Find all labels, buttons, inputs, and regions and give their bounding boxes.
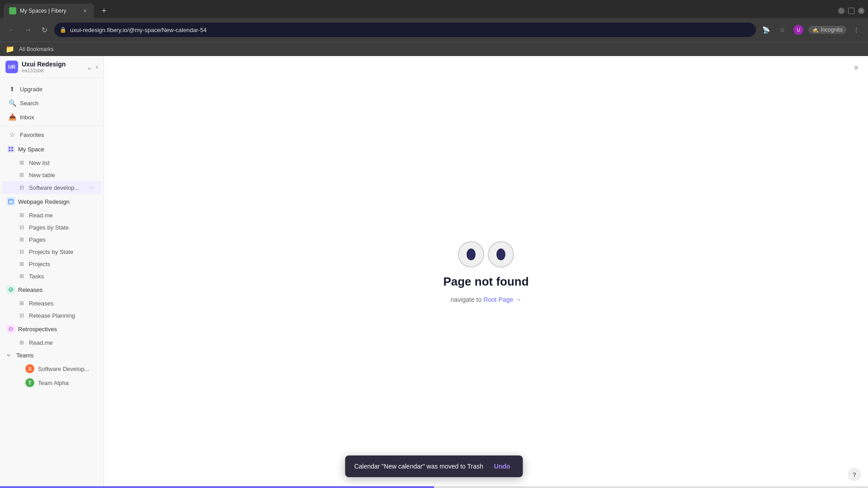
bookmark-icon[interactable]: ☆ [776, 23, 788, 36]
releases-icon [6, 285, 15, 294]
sub-item-tasks[interactable]: ⊞ Tasks [2, 270, 102, 282]
sub-item-software-develop[interactable]: ⊟ Software develop... ··· [2, 181, 102, 194]
section-releases[interactable]: Releases [0, 282, 104, 297]
sub-item-pages[interactable]: ⊞ Pages [2, 234, 102, 245]
nav-right: 📡 ☆ U 🕵 Incognito ⋮ [760, 23, 863, 36]
pages-by-state-icon: ⊟ [18, 224, 25, 231]
cast-icon[interactable]: 📡 [760, 23, 772, 36]
sidebar-header: UR Uxui Redesign ea131bb8 ⌄ ‹ [0, 56, 104, 78]
root-page-link[interactable]: Root Page → [483, 296, 521, 303]
sub-item-pages-by-state[interactable]: ⊟ Pages by State [2, 221, 102, 233]
toast-undo-button[interactable]: Undo [491, 461, 514, 472]
more-options-button[interactable]: ··· [87, 183, 95, 192]
team-alpha-label: Team Alpha [38, 380, 95, 386]
app-container: UR Uxui Redesign ea131bb8 ⌄ ‹ ⬆ Upgrade … [0, 56, 868, 488]
new-list-icon: ⊞ [18, 159, 25, 166]
sub-item-team-alpha[interactable]: T Team Alpha [2, 376, 102, 389]
close-window-button[interactable]: × [858, 8, 864, 14]
incognito-icon: 🕵 [812, 27, 819, 33]
sidebar-item-search[interactable]: 🔍 Search [2, 96, 102, 110]
help-button[interactable]: ? [848, 468, 861, 481]
section-webpage-redesign[interactable]: Webpage Redesign [0, 194, 104, 209]
sidebar-item-favorites[interactable]: ☆ Favorites [2, 128, 102, 141]
profile-icon[interactable]: U [792, 23, 805, 36]
software-develop-icon: ⊟ [18, 184, 25, 191]
maximize-button[interactable] [848, 8, 854, 14]
inbox-label: Inbox [20, 114, 95, 121]
upgrade-icon: ⬆ [8, 85, 16, 93]
new-list-label: New list [29, 160, 95, 166]
pages-label: Pages [29, 236, 95, 243]
sub-item-new-list[interactable]: ⊞ New list [2, 157, 102, 169]
svg-rect-1 [7, 145, 14, 153]
incognito-label: Incognito [821, 27, 843, 33]
sub-item-retro-read-me[interactable]: ⊞ Read.me [2, 337, 102, 348]
close-button[interactable]: × [850, 61, 863, 74]
svg-rect-5 [11, 150, 13, 151]
section-my-space[interactable]: My Space [0, 142, 104, 156]
divider-1 [0, 126, 104, 126]
main-content: × Page not found navigate to Root Page → [104, 56, 868, 488]
workspace-avatar: UR [5, 61, 18, 73]
toast-message: Calendar "New calendar" was moved to Tra… [354, 463, 483, 470]
teams-label: Teams [16, 352, 33, 359]
pages-icon: ⊞ [18, 236, 25, 243]
inbox-icon: 📥 [8, 113, 16, 121]
section-retrospectives[interactable]: Retrospectives [0, 322, 104, 336]
tab-title: My Spaces | Fibery [20, 8, 78, 14]
sub-item-projects-by-state[interactable]: ⊟ Projects by State [2, 246, 102, 258]
bookmarks-bar: 📁 All Bookmarks [0, 42, 868, 56]
retro-read-me-icon: ⊞ [18, 339, 25, 346]
active-tab[interactable]: My Spaces | Fibery × [4, 4, 94, 18]
collapse-sidebar-button[interactable]: ‹ [96, 63, 98, 71]
sidebar-item-inbox[interactable]: 📥 Inbox [2, 110, 102, 124]
tasks-label: Tasks [29, 273, 95, 280]
sub-item-projects[interactable]: ⊞ Projects [2, 258, 102, 270]
all-bookmarks-item[interactable]: All Bookmarks [16, 45, 57, 53]
software-develop-label: Software develop... [29, 184, 84, 191]
eyes-illustration [458, 241, 514, 267]
menu-button[interactable]: ⋮ [850, 23, 863, 36]
sub-item-new-table[interactable]: ⊞ New table [2, 169, 102, 181]
svg-rect-3 [11, 147, 13, 149]
workspace-chevron-button[interactable]: ⌄ [86, 63, 92, 71]
team-alpha-avatar: T [25, 378, 34, 387]
workspace-name: Uxui Redesign [22, 61, 66, 68]
forward-button[interactable]: → [22, 23, 34, 36]
workspace-info: UR Uxui Redesign ea131bb8 [5, 61, 66, 73]
tab-close-button[interactable]: × [81, 7, 89, 14]
projects-by-state-label: Projects by State [29, 249, 95, 255]
sidebar-item-upgrade[interactable]: ⬆ Upgrade [2, 82, 102, 96]
svg-rect-2 [9, 147, 10, 149]
tasks-icon: ⊞ [18, 272, 25, 280]
svg-rect-6 [9, 199, 13, 204]
sub-item-read-me[interactable]: ⊞ Read.me [2, 209, 102, 221]
webpage-redesign-label: Webpage Redesign [18, 198, 70, 205]
left-pupil [467, 249, 476, 260]
retrospectives-icon [6, 324, 15, 333]
new-table-label: New table [29, 172, 95, 178]
release-planning-label: Release Planning [29, 312, 95, 319]
my-space-label: My Space [18, 146, 44, 153]
projects-by-state-icon: ⊟ [18, 248, 25, 255]
address-bar[interactable]: 🔒 uxui-redesign.fibery.io/@my-space/New-… [54, 23, 756, 37]
back-button[interactable]: ← [5, 23, 18, 36]
left-eye [458, 241, 484, 267]
section-teams[interactable]: Teams [0, 349, 104, 361]
minimize-button[interactable] [838, 8, 844, 14]
browser-chrome: My Spaces | Fibery × + × ← → ↻ 🔒 uxui-re… [0, 0, 868, 56]
new-tab-button[interactable]: + [98, 5, 110, 17]
address-text: uxui-redesign.fibery.io/@my-space/New-ca… [70, 27, 750, 33]
sub-item-software-develop-team[interactable]: S Software Develop... [2, 362, 102, 375]
progress-fill [0, 486, 434, 488]
teams-expand-icon [6, 352, 14, 359]
release-planning-icon: ⊟ [18, 312, 25, 319]
sub-item-release-planning[interactable]: ⊟ Release Planning [2, 310, 102, 321]
refresh-button[interactable]: ↻ [38, 23, 51, 36]
incognito-badge[interactable]: 🕵 Incognito [808, 26, 846, 34]
not-found-subtitle: navigate to Root Page → [451, 296, 521, 303]
sub-item-releases[interactable]: ⊞ Releases [2, 297, 102, 309]
bookmarks-folder-icon: 📁 [5, 45, 14, 53]
my-space-icon [6, 145, 15, 154]
webpage-redesign-icon [6, 197, 15, 206]
